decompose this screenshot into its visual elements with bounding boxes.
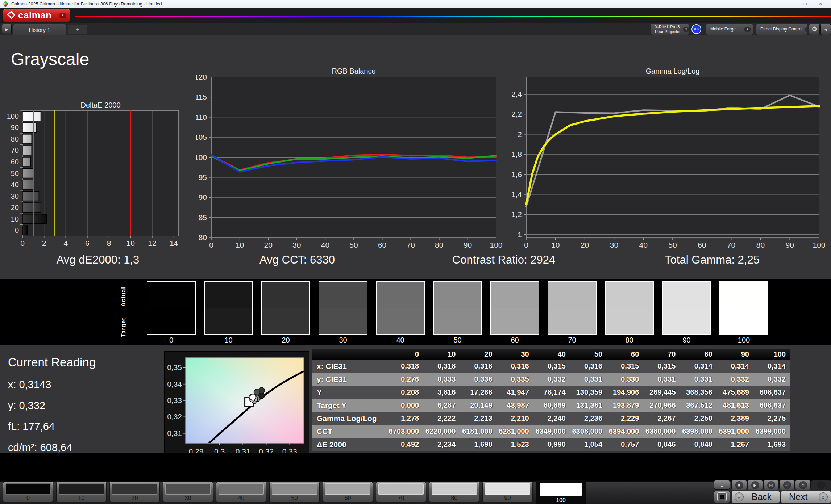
table-column-header: 50 bbox=[570, 350, 607, 358]
pattern-patch-40[interactable]: 40 bbox=[216, 482, 266, 502]
table-column-header: 20 bbox=[460, 350, 496, 358]
maximize-button[interactable]: □ bbox=[798, 0, 813, 8]
rgb-balance-chart: 8085909510010511011512001020304050607080… bbox=[196, 66, 504, 249]
window-titlebar: Calman 2025 Calman Ultimate for Business… bbox=[0, 0, 831, 8]
current-reading-title: Current Reading bbox=[8, 356, 160, 369]
patch-label: 50 bbox=[270, 495, 319, 501]
actual-swatch-60 bbox=[491, 282, 539, 308]
table-cell: 2,234 bbox=[423, 440, 460, 449]
patch-swatch bbox=[485, 483, 530, 495]
collapse-panel-button[interactable]: ◀ bbox=[820, 24, 831, 35]
table-cell: 6380,000 bbox=[643, 427, 680, 436]
refresh-button[interactable]: ↻ bbox=[795, 480, 811, 490]
pattern-patch-30[interactable]: 30 bbox=[163, 482, 213, 502]
table-cell: 78,174 bbox=[533, 388, 570, 396]
chevron-down-icon: ▼ bbox=[683, 27, 689, 32]
table-cell: 0,276 bbox=[387, 375, 423, 383]
table-cell: 0,331 bbox=[643, 375, 680, 383]
svg-text:50: 50 bbox=[349, 241, 358, 249]
tab-scroll-button[interactable]: ▶ bbox=[2, 24, 12, 34]
swatch-level-label: 40 bbox=[376, 336, 425, 344]
swatch-level-label: 90 bbox=[662, 336, 711, 344]
swatch-level-label: 0 bbox=[147, 336, 196, 344]
target-swatch-50 bbox=[434, 308, 481, 334]
patch-swatch bbox=[432, 483, 477, 495]
pattern-patch-10[interactable]: 10 bbox=[56, 482, 107, 502]
svg-text:95: 95 bbox=[199, 173, 207, 181]
minimize-button[interactable]: — bbox=[782, 0, 798, 8]
table-cell: 6391,000 bbox=[717, 427, 753, 436]
window-controls: —□× bbox=[782, 0, 828, 8]
table-column-header: 70 bbox=[643, 350, 680, 358]
pattern-window-icon: [··] bbox=[767, 481, 775, 489]
play-button[interactable]: ▶ bbox=[747, 480, 763, 490]
svg-text:2,2: 2,2 bbox=[512, 110, 522, 118]
svg-text:100: 100 bbox=[196, 153, 207, 161]
table-row: Y0,2083,81617,26841,94778,174130,359194,… bbox=[312, 386, 790, 399]
table-cell: 0,314 bbox=[680, 362, 717, 370]
target-swatch-100 bbox=[720, 308, 768, 334]
total-gamma-stat: Total Gamma: 2,25 bbox=[607, 253, 817, 270]
svg-text:1,4: 1,4 bbox=[512, 190, 522, 198]
arrow-right-icon: ▶ bbox=[5, 27, 8, 32]
table-column-header: 90 bbox=[717, 350, 753, 358]
loop-button[interactable]: ∞ bbox=[779, 480, 795, 490]
pattern-patch-20[interactable]: 20 bbox=[109, 482, 160, 502]
table-cell: 131,381 bbox=[570, 401, 607, 410]
tab-history-1[interactable]: History 1 bbox=[13, 24, 66, 35]
pattern-patch-100[interactable]: 100 bbox=[536, 480, 586, 504]
svg-text:2: 2 bbox=[42, 239, 46, 247]
settings-button[interactable]: ⚙ bbox=[809, 24, 820, 35]
table-row-label: y: CIE31 bbox=[312, 375, 387, 384]
spectrum-divider bbox=[75, 16, 831, 17]
pattern-patch-90[interactable]: 90 bbox=[482, 482, 533, 502]
main-content: Grayscale 024681012140102030405060708090… bbox=[0, 35, 831, 453]
empty-circle-icon bbox=[817, 481, 825, 489]
svg-text:0,34: 0,34 bbox=[167, 380, 182, 388]
meter-status-badge[interactable]: 702 bbox=[691, 24, 701, 34]
pattern-patch-60[interactable]: 60 bbox=[323, 482, 373, 502]
table-cell: 0,332 bbox=[533, 375, 570, 383]
pattern-patch-0[interactable]: 0 bbox=[3, 482, 53, 502]
back-button[interactable]: « Back bbox=[731, 491, 780, 503]
svg-text:80: 80 bbox=[199, 233, 207, 242]
pattern-window-button[interactable] bbox=[714, 491, 730, 503]
close-button[interactable]: × bbox=[813, 0, 828, 8]
disabled-transport-slot bbox=[811, 480, 831, 490]
expand-patch-panel-button[interactable]: ▲ bbox=[714, 480, 730, 490]
table-cell: 1,523 bbox=[497, 440, 533, 449]
patch-label: 100 bbox=[536, 497, 586, 504]
source-dropdown[interactable]: Mobile Forge ▼ bbox=[706, 24, 753, 35]
table-cell: 6398,000 bbox=[680, 427, 717, 436]
svg-text:30: 30 bbox=[292, 241, 301, 249]
pattern-patch-50[interactable]: 50 bbox=[269, 482, 320, 502]
cie-chart-panel: 0,310,320,330,340,350,290,30,310,320,33 bbox=[164, 351, 309, 459]
table-cell: 475,689 bbox=[717, 388, 753, 396]
display-control-dropdown[interactable]: Direct Display Control ▼ bbox=[756, 24, 807, 35]
calman-menu-button[interactable]: calman ▼ bbox=[3, 9, 70, 22]
patch-label: 80 bbox=[429, 495, 479, 501]
reading-cdm2: cd/m²: 608,64 bbox=[8, 442, 72, 454]
table-cell: 20,149 bbox=[460, 401, 496, 410]
meter-dropdown[interactable]: X-Rite i1Pro 3 Rear Projector ▼ bbox=[651, 24, 689, 35]
pattern-window-button[interactable]: [··] bbox=[763, 480, 779, 490]
add-tab-button[interactable]: + bbox=[68, 25, 87, 34]
table-cell: 0,331 bbox=[680, 375, 717, 383]
table-cell: 2,210 bbox=[497, 414, 533, 423]
grayscale-swatch-strip: Actual Target 0102030405060708090100 bbox=[0, 279, 831, 345]
next-button[interactable]: Next » bbox=[781, 491, 831, 503]
pattern-patch-70[interactable]: 70 bbox=[376, 482, 426, 502]
window-title: Calman 2025 Calman Ultimate for Business… bbox=[11, 1, 162, 7]
swatch-level-label: 10 bbox=[204, 336, 253, 344]
table-cell: 6281,000 bbox=[497, 427, 533, 436]
table-cell: 0,315 bbox=[643, 362, 680, 370]
table-cell: 6349,000 bbox=[533, 427, 570, 436]
chevron-down-icon: ▼ bbox=[744, 27, 751, 32]
stop-button[interactable]: ■ bbox=[731, 480, 747, 490]
svg-text:60: 60 bbox=[378, 241, 386, 249]
svg-text:RGB Balance: RGB Balance bbox=[332, 67, 375, 75]
table-cell: 41,947 bbox=[497, 388, 533, 396]
table-cell: 0,330 bbox=[607, 375, 643, 383]
svg-text:0,33: 0,33 bbox=[167, 396, 182, 404]
pattern-patch-80[interactable]: 80 bbox=[429, 482, 479, 502]
